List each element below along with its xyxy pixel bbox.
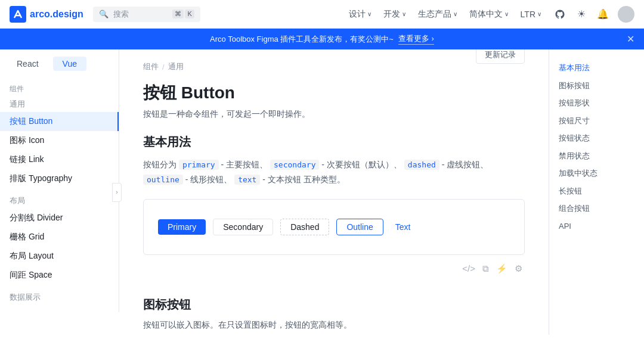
right-nav-item-icon-btn[interactable]: 图标按钮 (559, 77, 634, 95)
breadcrumb-general[interactable]: 通用 (168, 61, 184, 72)
right-nav-item-basic[interactable]: 基本用法 (559, 59, 634, 77)
section-basic-desc: 按钮分为 primary - 主要按钮、 secondary - 次要按钮（默认… (143, 157, 525, 187)
nav-lang[interactable]: 简体中文 ∨ (469, 9, 509, 20)
topnav: arco.design 🔍 搜索 ⌘ K 设计 ∨ 开发 ∨ 生态产品 ∨ 简体… (0, 0, 644, 29)
nav-design[interactable]: 设计 ∨ (349, 9, 371, 20)
demo-basic-box: Primary Secondary Dashed Outline Text (143, 199, 525, 255)
sidebar-item-button[interactable]: 按钮 Button (0, 112, 119, 131)
right-nav-item-shape[interactable]: 按钮形状 (559, 94, 634, 112)
banner-text: Arco Toolbox Figma 插件工具全新发布，有奖公测中~ (210, 34, 394, 45)
sidebar-item-link[interactable]: 链接 Link (0, 150, 119, 169)
logo-text: arco.design (30, 9, 83, 20)
breadcrumb-sep: / (162, 63, 165, 71)
logo[interactable]: arco.design (10, 6, 83, 23)
lightning-icon[interactable]: ⚡ (496, 263, 507, 274)
right-nav-item-long[interactable]: 长按钮 (559, 182, 634, 200)
sidebar-item-grid[interactable]: 栅格 Grid (0, 228, 119, 247)
page-title: 按钮 Button (143, 82, 525, 104)
code-dashed: dashed (404, 160, 439, 170)
btn-dashed[interactable]: Dashed (280, 219, 329, 235)
code-text: text (234, 175, 260, 185)
section-icon-title: 图标按钮 (143, 297, 525, 313)
nav-dev[interactable]: 开发 ∨ (383, 9, 406, 20)
section-icon-desc: 按钮可以嵌入图标。在只设置图标时，按钮的宽高相等。 (143, 318, 525, 332)
nav-eco[interactable]: 生态产品 ∨ (418, 9, 457, 20)
svg-rect-0 (10, 6, 26, 23)
sidebar-item-space[interactable]: 间距 Space (0, 266, 119, 285)
tab-vue[interactable]: Vue (53, 57, 86, 71)
sidebar-tabs: React Vue (0, 57, 119, 71)
sidebar-wrapper: React Vue 组件 通用 按钮 Button 图标 Icon 链接 Lin… (0, 49, 119, 335)
sidebar-section-components: 组件 (0, 80, 119, 97)
main-content: 组件 / 通用 更新记录 按钮 Button 按钮是一种命令组件，可发起一个即时… (119, 49, 549, 335)
code-toggle-icon[interactable]: </> (462, 263, 475, 274)
nav-ltr[interactable]: LTR ∨ (521, 10, 541, 19)
sidebar-item-icon[interactable]: 图标 Icon (0, 131, 119, 150)
main-layout: React Vue 组件 通用 按钮 Button 图标 Icon 链接 Lin… (0, 49, 644, 335)
sidebar-item-typography[interactable]: 排版 Typography (0, 169, 119, 188)
sidebar-group-data: 数据展示 (0, 290, 119, 305)
right-nav: 基本用法 图标按钮 按钮形状 按钮尺寸 按钮状态 禁用状态 加载中状态 长按钮 … (549, 49, 644, 335)
settings-icon[interactable]: ⚙ (515, 263, 522, 274)
btn-secondary[interactable]: Secondary (213, 219, 273, 235)
update-btn[interactable]: 更新记录 (476, 49, 525, 64)
shortcut-cmd: ⌘ (172, 10, 184, 18)
search-bar[interactable]: 🔍 搜索 ⌘ K (93, 7, 200, 22)
sidebar-item-divider[interactable]: 分割线 Divider (0, 209, 119, 228)
shortcut-k: K (185, 10, 194, 18)
demo-buttons: Primary Secondary Dashed Outline Text (158, 219, 510, 235)
btn-text[interactable]: Text (391, 219, 416, 235)
right-nav-item-loading[interactable]: 加载中状态 (559, 164, 634, 182)
topnav-icons: ☀ 🔔 (553, 6, 634, 23)
demo-toolbar: </> ⧉ ⚡ ⚙ (143, 260, 525, 278)
right-nav-item-api[interactable]: API (559, 217, 634, 235)
search-shortcut: ⌘ K (172, 10, 194, 18)
breadcrumb: 组件 / 通用 (143, 61, 525, 72)
right-nav-item-disabled[interactable]: 禁用状态 (559, 147, 634, 165)
sidebar-group-layout: 布局 (0, 193, 119, 209)
right-nav-item-size[interactable]: 按钮尺寸 (559, 112, 634, 130)
topnav-links: 设计 ∨ 开发 ∨ 生态产品 ∨ 简体中文 ∨ LTR ∨ ☀ 🔔 (349, 6, 634, 23)
sidebar: React Vue 组件 通用 按钮 Button 图标 Icon 链接 Lin… (0, 49, 119, 312)
sidebar-item-layout[interactable]: 布局 Layout (0, 247, 119, 266)
section-basic-title: 基本用法 (143, 134, 525, 150)
theme-icon[interactable]: ☀ (575, 8, 588, 21)
right-nav-item-status[interactable]: 按钮状态 (559, 129, 634, 147)
search-icon: 🔍 (99, 10, 109, 18)
page-description: 按钮是一种命令组件，可发起一个即时操作。 (143, 109, 525, 120)
announcement-banner: Arco Toolbox Figma 插件工具全新发布，有奖公测中~ 查看更多 … (0, 29, 644, 49)
right-nav-item-combo[interactable]: 组合按钮 (559, 200, 634, 217)
sidebar-group-general: 通用 (0, 97, 119, 112)
banner-close[interactable]: ✕ (627, 33, 634, 45)
banner-link[interactable]: 查看更多 › (398, 33, 434, 45)
notification-icon[interactable]: 🔔 (596, 8, 609, 21)
tab-react[interactable]: React (7, 57, 48, 71)
code-primary: primary (179, 160, 219, 170)
btn-outline[interactable]: Outline (336, 219, 383, 235)
sidebar-collapse-btn[interactable]: › (112, 183, 122, 202)
copy-icon[interactable]: ⧉ (482, 263, 489, 274)
collapse-icon: › (116, 189, 117, 195)
code-outline: outline (143, 175, 183, 185)
search-placeholder: 搜索 (113, 9, 129, 20)
btn-primary[interactable]: Primary (158, 219, 206, 235)
breadcrumb-components[interactable]: 组件 (143, 61, 159, 72)
logo-icon (10, 6, 26, 23)
code-secondary: secondary (270, 160, 319, 170)
avatar[interactable] (618, 6, 634, 23)
github-icon[interactable] (553, 8, 566, 21)
